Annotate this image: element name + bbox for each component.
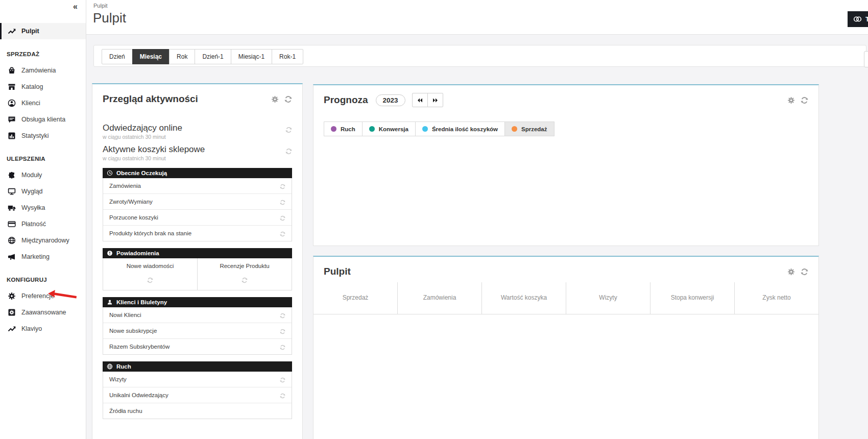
trend-icon [8, 27, 16, 35]
section-header-traffic: Ruch [103, 361, 292, 372]
bar-chart-icon [8, 132, 16, 140]
loading-spinner-icon [280, 231, 285, 236]
list-item[interactable]: Źródła ruchu [103, 403, 292, 419]
list-item[interactable]: Zwroty/Wymiany [103, 194, 292, 210]
sidebar-item-label: Płatność [21, 221, 46, 228]
legend-dot [422, 126, 428, 132]
sidebar-section-konfiguruj: KONFIGURUJ [0, 272, 86, 288]
gear-icon[interactable] [271, 94, 279, 104]
section-header-pending: Obecnie Oczekują [103, 168, 292, 178]
sidebar-item-marketing[interactable]: Marketing [0, 249, 86, 265]
sidebar-item-klaviyo[interactable]: Klaviyo [0, 321, 86, 337]
legend-item-konwersja[interactable]: Konwersja [362, 121, 416, 136]
sidebar-item-platnosc[interactable]: Płatność [0, 216, 86, 232]
sidebar-item-obsluga-klienta[interactable]: Obsługa klienta [0, 111, 86, 128]
loading-spinner-icon [280, 344, 285, 350]
person-circle-icon [8, 99, 16, 107]
list-item[interactable]: Zamówienia [103, 178, 292, 194]
globe-icon [107, 363, 113, 370]
list-item[interactable]: Nowe wiadomości [103, 258, 197, 290]
sidebar-item-label: Preferencje [21, 292, 54, 300]
double-chevron-right-icon [432, 95, 439, 105]
list-item[interactable]: Nowi Klienci [103, 307, 292, 323]
list-item[interactable]: Unikalni Odwiedzający [103, 387, 292, 403]
dashboard-panel-title: Pulpit [324, 264, 351, 279]
sidebar-section-sprzedaz: SPRZEDAŻ [0, 46, 86, 62]
sidebar-item-statystyki[interactable]: Statystyki [0, 128, 86, 144]
customers-rows: Nowi Klienci Nowe subskrypcje Razem Subs… [103, 307, 292, 355]
sidebar-item-zamowienia[interactable]: Zamówienia [0, 62, 86, 79]
legend-item-ruch[interactable]: Ruch [324, 121, 363, 136]
loading-spinner-icon [280, 312, 285, 318]
sidebar-item-katalog[interactable]: Katalog [0, 79, 86, 95]
forecast-panel-title: Prognoza [324, 92, 368, 108]
refresh-icon[interactable] [801, 267, 808, 276]
forecast-year-badge: 2023 [376, 94, 405, 106]
activity-overview-panel: Przegląd aktywności Odwiedzający online … [92, 83, 303, 439]
sidebar-item-label: Statystyki [21, 132, 49, 139]
refresh-icon[interactable] [801, 95, 808, 105]
legend-dot [331, 126, 336, 132]
loading-spinner-icon [280, 215, 285, 221]
dashboard-goals-panel: Pulpit Sprzedaż Zamówienia Wartość koszy… [313, 256, 819, 439]
sidebar-item-label: Marketing [21, 253, 50, 260]
basket-icon [8, 66, 16, 75]
sidebar: « Pulpit SPRZEDAŻ Zamówienia Katalog Kli… [0, 0, 86, 439]
forecast-prev-button[interactable] [412, 93, 428, 107]
page-header: Pulpit Pulpit [86, 0, 868, 35]
loading-spinner-icon [147, 277, 154, 283]
forecast-next-button[interactable] [427, 93, 443, 107]
gear-icon[interactable] [787, 267, 795, 276]
sidebar-item-pulpit[interactable]: Pulpit [0, 23, 86, 39]
double-chevron-left-icon [417, 95, 423, 105]
range-button-rok-1[interactable]: Rok-1 [272, 49, 303, 64]
sidebar-item-wysylka[interactable]: Wysyłka [0, 200, 86, 216]
trend-icon [8, 325, 16, 333]
sidebar-item-wyglad[interactable]: Wygląd [0, 183, 86, 200]
pending-rows: Zamówienia Zwroty/Wymiany Porzucone kosz… [103, 178, 292, 241]
loading-spinner-icon [285, 147, 292, 153]
toolbar-right-button-partial[interactable] [864, 51, 868, 67]
metric-sublabel: w ciągu ostatnich 30 minut [103, 155, 292, 161]
column-header-sprzedaz: Sprzedaż [314, 282, 397, 314]
section-header-customers: Klienci i Biuletyny [103, 297, 292, 307]
clock-icon [107, 170, 113, 177]
sidebar-item-klienci[interactable]: Klienci [0, 95, 86, 111]
range-button-dzien[interactable]: Dzień [102, 49, 133, 64]
gear-icon [8, 292, 16, 300]
range-button-dzien-1[interactable]: Dzień-1 [195, 49, 231, 64]
list-item[interactable]: Razem Subskrybentów [103, 339, 292, 354]
list-item[interactable]: Nowe subskrypcje [103, 323, 292, 339]
loading-spinner-icon [280, 393, 285, 398]
sidebar-item-label: Katalog [21, 83, 43, 90]
range-button-miesiac-1[interactable]: Miesiąc-1 [231, 49, 272, 64]
sidebar-item-label: Klaviyo [21, 325, 42, 332]
alert-icon [107, 250, 113, 257]
refresh-icon[interactable] [284, 94, 292, 104]
list-item[interactable]: Wizyty [103, 372, 292, 387]
list-item[interactable]: Recenzje Produktu [197, 258, 292, 290]
range-button-miesiac[interactable]: Miesiąc [132, 49, 170, 64]
sidebar-item-zaawansowane[interactable]: Zaawansowane [0, 304, 86, 321]
loading-spinner-icon [242, 277, 248, 283]
legend-item-sprzedaz[interactable]: Sprzedaż [504, 121, 554, 136]
sidebar-item-moduly[interactable]: Moduły [0, 167, 86, 183]
loading-spinner-icon [280, 183, 285, 189]
forecast-legend: Ruch Konwersja Średnia ilość koszyków Sp… [324, 121, 554, 136]
column-header-wizyty: Wizyty [566, 282, 650, 314]
sidebar-item-miedzynarodowy[interactable]: Międzynarodowy [0, 232, 86, 249]
date-range-toolbar: Dzień Miesiąc Rok Dzień-1 Miesiąc-1 Rok-… [93, 45, 866, 67]
sidebar-item-preferencje[interactable]: Preferencje [0, 288, 86, 304]
sidebar-item-label: Zamówienia [21, 67, 56, 74]
list-item[interactable]: Porzucone koszyki [103, 210, 292, 226]
gear-icon[interactable] [787, 95, 795, 105]
demo-mode-button[interactable]: T [848, 11, 868, 27]
collapse-sidebar-icon[interactable]: « [73, 2, 78, 11]
range-button-rok[interactable]: Rok [169, 49, 195, 64]
legend-item-srednia-ilosc-koszykow[interactable]: Średnia ilość koszyków [415, 121, 505, 136]
column-header-zysk-netto: Zysk netto [734, 282, 818, 314]
loading-spinner-icon [285, 125, 292, 132]
loading-spinner-icon [280, 199, 285, 205]
demo-button-label: T [865, 16, 868, 23]
list-item[interactable]: Produkty których brak na stanie [103, 226, 292, 241]
